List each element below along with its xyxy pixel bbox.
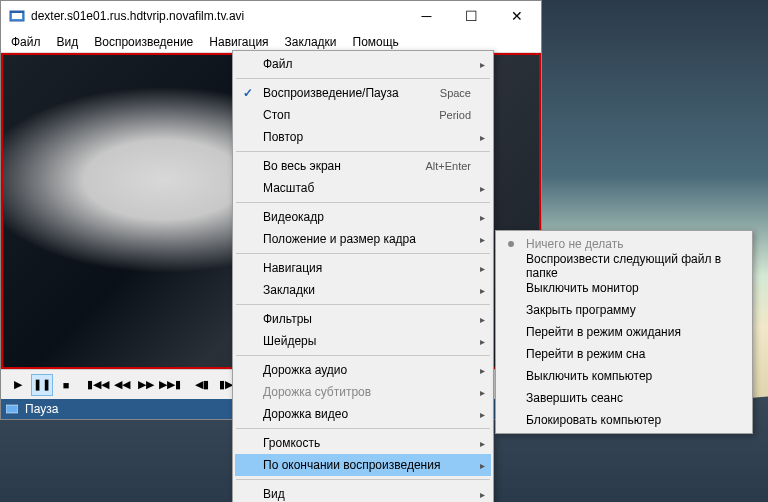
frame-back-button[interactable]: ◀▮: [191, 374, 213, 396]
context-menu-item[interactable]: Масштаб▸: [235, 177, 491, 199]
submenu-arrow-icon: ▸: [480, 409, 485, 420]
bullet-icon: [508, 241, 514, 247]
submenu-arrow-icon: ▸: [480, 489, 485, 500]
submenu-arrow-icon: ▸: [480, 460, 485, 471]
window-title: dexter.s01e01.rus.hdtvrip.novafilm.tv.av…: [31, 9, 404, 23]
menu-item-label: Файл: [263, 57, 471, 71]
context-menu-item[interactable]: По окончании воспроизведения▸: [235, 454, 491, 476]
context-menu-separator: [236, 78, 490, 79]
menu-item-shortcut: Period: [439, 109, 471, 121]
window-controls: ─ ☐ ✕: [404, 2, 539, 30]
submenu-arrow-icon: ▸: [480, 438, 485, 449]
menu-item-label: По окончании воспроизведения: [263, 458, 471, 472]
context-menu-item[interactable]: Дорожка субтитров▸: [235, 381, 491, 403]
submenu-arrow-icon: ▸: [480, 183, 485, 194]
context-menu-separator: [236, 253, 490, 254]
svg-rect-1: [12, 13, 22, 19]
context-menu-item[interactable]: Шейдеры▸: [235, 330, 491, 352]
menu-item-label: Повтор: [263, 130, 471, 144]
context-menu-item[interactable]: ✓Воспроизведение/ПаузаSpace: [235, 82, 491, 104]
prev-button[interactable]: ▮◀◀: [87, 374, 109, 396]
minimize-button[interactable]: ─: [404, 2, 449, 30]
stop-button[interactable]: ■: [55, 374, 77, 396]
check-icon: ✓: [243, 86, 253, 100]
submenu-arrow-icon: ▸: [480, 336, 485, 347]
submenu-arrow-icon: ▸: [480, 59, 485, 70]
submenu-arrow-icon: ▸: [480, 314, 485, 325]
submenu-item[interactable]: Воспроизвести следующий файл в папке: [498, 255, 750, 277]
menu-item-label: Блокировать компьютер: [526, 413, 730, 427]
app-icon: [9, 8, 25, 24]
menu-item-label: Ничего не делать: [526, 237, 730, 251]
context-menu-item[interactable]: Повтор▸: [235, 126, 491, 148]
context-menu-item[interactable]: Положение и размер кадра▸: [235, 228, 491, 250]
menu-help[interactable]: Помощь: [345, 32, 407, 52]
context-submenu-after-playback: Ничего не делатьВоспроизвести следующий …: [495, 230, 753, 434]
titlebar[interactable]: dexter.s01e01.rus.hdtvrip.novafilm.tv.av…: [1, 1, 541, 31]
submenu-arrow-icon: ▸: [480, 212, 485, 223]
status-icon: [5, 402, 19, 416]
context-menu-item[interactable]: Дорожка видео▸: [235, 403, 491, 425]
submenu-arrow-icon: ▸: [480, 285, 485, 296]
context-menu-item[interactable]: Вид▸: [235, 483, 491, 502]
menu-navigation[interactable]: Навигация: [201, 32, 276, 52]
context-menu-item[interactable]: Файл▸: [235, 53, 491, 75]
menu-file[interactable]: Файл: [3, 32, 49, 52]
menu-item-label: Выключить компьютер: [526, 369, 730, 383]
menu-item-shortcut: Space: [440, 87, 471, 99]
menu-item-label: Перейти в режим ожидания: [526, 325, 730, 339]
svg-rect-2: [10, 11, 24, 13]
menu-item-label: Положение и размер кадра: [263, 232, 471, 246]
close-button[interactable]: ✕: [494, 2, 539, 30]
context-menu-separator: [236, 428, 490, 429]
submenu-arrow-icon: ▸: [480, 263, 485, 274]
submenu-item[interactable]: Завершить сеанс: [498, 387, 750, 409]
submenu-arrow-icon: ▸: [480, 234, 485, 245]
menu-item-label: Перейти в режим сна: [526, 347, 730, 361]
submenu-arrow-icon: ▸: [480, 132, 485, 143]
svg-rect-3: [6, 405, 18, 413]
context-menu-item[interactable]: Дорожка аудио▸: [235, 359, 491, 381]
context-menu-item[interactable]: СтопPeriod: [235, 104, 491, 126]
maximize-button[interactable]: ☐: [449, 2, 494, 30]
status-text: Пауза: [25, 402, 58, 416]
menu-item-label: Фильтры: [263, 312, 471, 326]
menu-bookmarks[interactable]: Закладки: [277, 32, 345, 52]
menu-item-label: Дорожка видео: [263, 407, 471, 421]
submenu-item[interactable]: Закрыть программу: [498, 299, 750, 321]
context-menu-item[interactable]: Закладки▸: [235, 279, 491, 301]
menu-item-shortcut: Alt+Enter: [425, 160, 471, 172]
context-menu-item[interactable]: Фильтры▸: [235, 308, 491, 330]
pause-button[interactable]: ❚❚: [31, 374, 53, 396]
play-button[interactable]: ▶: [7, 374, 29, 396]
submenu-item[interactable]: Выключить компьютер: [498, 365, 750, 387]
submenu-item[interactable]: Перейти в режим ожидания: [498, 321, 750, 343]
menu-item-label: Выключить монитор: [526, 281, 730, 295]
context-menu-item[interactable]: Громкость▸: [235, 432, 491, 454]
submenu-item[interactable]: Блокировать компьютер: [498, 409, 750, 431]
menu-item-label: Масштаб: [263, 181, 471, 195]
context-menu-main: Файл▸✓Воспроизведение/ПаузаSpaceСтопPeri…: [232, 50, 494, 502]
menu-item-label: Закрыть программу: [526, 303, 730, 317]
menu-item-label: Навигация: [263, 261, 471, 275]
menu-item-label: Воспроизведение/Пауза: [263, 86, 440, 100]
menu-item-label: Дорожка субтитров: [263, 385, 471, 399]
context-menu-item[interactable]: Во весь экранAlt+Enter: [235, 155, 491, 177]
context-menu-separator: [236, 355, 490, 356]
forward-button[interactable]: ▶▶: [135, 374, 157, 396]
context-menu-item[interactable]: Видеокадр▸: [235, 206, 491, 228]
rewind-button[interactable]: ◀◀: [111, 374, 133, 396]
next-button[interactable]: ▶▶▮: [159, 374, 181, 396]
submenu-item[interactable]: Выключить монитор: [498, 277, 750, 299]
menu-item-label: Громкость: [263, 436, 471, 450]
menu-item-label: Во весь экран: [263, 159, 425, 173]
submenu-arrow-icon: ▸: [480, 365, 485, 376]
submenu-arrow-icon: ▸: [480, 387, 485, 398]
context-menu-separator: [236, 304, 490, 305]
submenu-item[interactable]: Перейти в режим сна: [498, 343, 750, 365]
menu-view[interactable]: Вид: [49, 32, 87, 52]
menu-playback[interactable]: Воспроизведение: [86, 32, 201, 52]
context-menu-item[interactable]: Навигация▸: [235, 257, 491, 279]
menu-item-label: Видеокадр: [263, 210, 471, 224]
menu-item-label: Вид: [263, 487, 471, 501]
